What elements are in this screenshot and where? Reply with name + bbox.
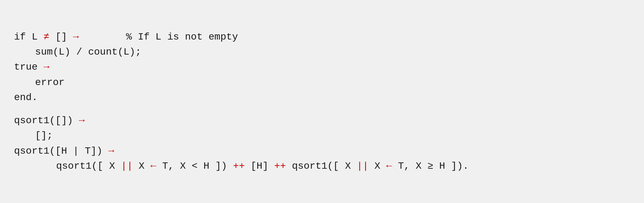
code-text: T, X < H ]) [156,159,233,174]
code-text: [H] [245,159,274,174]
code-text: qsort1([]) [14,113,79,128]
code-line-3: true → [14,59,630,75]
code-arrow-1: → [73,29,79,44]
code-text: X [133,159,150,174]
code-text: X [369,159,386,174]
code-block: if L ≠ [] → % If L is not empty sum(L) /… [14,29,630,174]
code-text: [] [49,29,73,44]
code-text: qsort1([ X [286,159,357,174]
code-larrow-1: ← [150,159,156,174]
code-text: if L [14,29,43,44]
code-text: true [14,59,43,75]
code-concat-2: ++ [274,159,286,174]
code-symbol-neq: ≠ [43,29,49,44]
code-text: T, X ≥ H ]). [392,159,469,174]
code-line-1: if L ≠ [] → % If L is not empty [14,29,630,44]
code-concat-1: ++ [233,159,245,174]
code-line-4: error [35,75,630,90]
code-line-9: qsort1([ X || X ← T, X < H ]) ++ [H] ++ … [56,159,630,174]
code-spacer [14,105,630,113]
code-line-7: []; [35,128,630,143]
code-parallel-2: || [357,159,369,174]
code-text: error [35,75,65,90]
code-larrow-2: ← [386,159,392,174]
code-container: if L ≠ [] → % If L is not empty sum(L) /… [0,0,644,203]
code-line-6: qsort1([]) → [14,113,630,128]
code-arrow-4: → [108,144,114,159]
code-line-2: sum(L) / count(L); [35,44,630,59]
code-text: []; [35,128,53,143]
code-line-5: end. [14,90,630,105]
code-arrow-3: → [79,113,85,128]
code-parallel-1: || [121,159,133,174]
code-comment-1: % If L is not empty [79,29,238,44]
code-line-8: qsort1([H | T]) → [14,144,630,159]
code-text: end. [14,90,38,105]
code-text: qsort1([ X [56,159,121,174]
code-text: qsort1([H | T]) [14,144,108,159]
code-text: sum(L) / count(L); [35,44,141,59]
code-arrow-2: → [43,59,49,75]
